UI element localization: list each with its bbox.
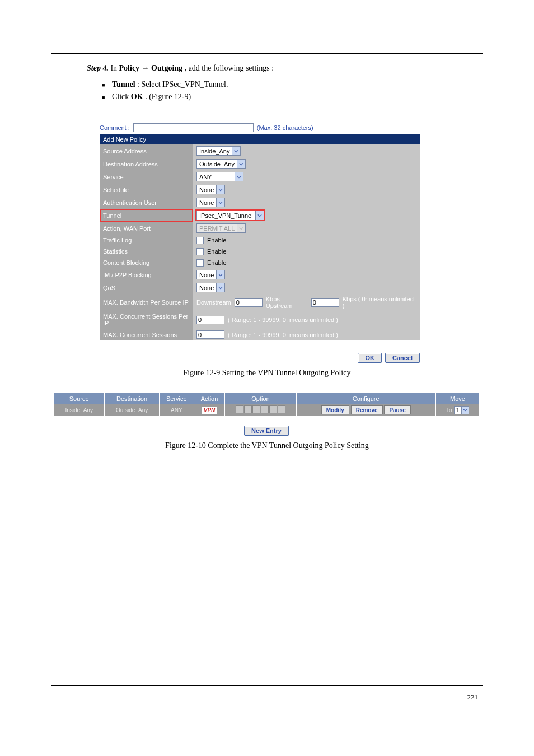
chevron-down-icon xyxy=(237,160,245,168)
comment-row: Comment : (Max. 32 characters) xyxy=(100,122,420,134)
policy-table: Source Destination Service Action Option… xyxy=(54,393,479,416)
pause-button[interactable]: Pause xyxy=(384,405,410,414)
chevron-down-icon xyxy=(255,211,264,220)
qos-select[interactable]: None xyxy=(196,283,225,292)
step-prefix: In xyxy=(110,64,119,72)
chevron-down-icon xyxy=(216,283,224,292)
row-schedule-label: Schedule xyxy=(100,183,193,196)
policy-form: Comment : (Max. 32 characters) Add New P… xyxy=(100,122,420,363)
max-sess-ip-input[interactable] xyxy=(196,316,224,324)
chevron-down-icon xyxy=(216,270,224,279)
vpn-badge: VPN xyxy=(202,407,217,414)
auth-user-select[interactable]: None xyxy=(196,198,225,207)
arrow-icon: → xyxy=(142,64,152,72)
chevron-down-icon xyxy=(461,407,469,414)
max-sess-input[interactable] xyxy=(196,330,224,339)
modify-button[interactable]: Modify xyxy=(321,405,349,414)
step-menu2: Outgoing xyxy=(151,64,182,72)
destination-address-select[interactable]: Outside_Any xyxy=(196,159,246,169)
row-maxbw-label: MAX. Bandwidth Per Source IP xyxy=(100,294,193,311)
step-menu1: Policy xyxy=(119,64,140,72)
th-action: Action xyxy=(194,393,224,404)
cell-move: To 1 xyxy=(435,404,479,416)
bullet-list: Tunnel : Select IPSec_VPN_Tunnel. Click … xyxy=(102,78,483,103)
traffic-log-checkbox[interactable] xyxy=(196,237,204,244)
bullet-2-label: OK xyxy=(131,92,143,101)
step-num: Step 4. xyxy=(87,64,109,72)
option-slot-icon xyxy=(244,405,252,413)
option-icons xyxy=(236,405,285,413)
ok-button[interactable]: OK xyxy=(358,353,382,363)
row-source-label: Source Address xyxy=(100,144,193,157)
bullet-1-label: Tunnel xyxy=(112,80,135,88)
bullet-2: Click OK . (Figure 12-9) xyxy=(102,91,483,103)
figure-caption-1: Figure 12-9 Setting the VPN Tunnel Outgo… xyxy=(51,368,483,377)
step-mid: , add the following settings xyxy=(185,64,270,72)
comment-label: Comment : xyxy=(100,124,130,131)
table-row: Inside_Any Outside_Any ANY VPN Modify xyxy=(54,404,479,416)
row-auth-label: Authentication User xyxy=(100,196,193,209)
bullet-1: Tunnel : Select IPSec_VPN_Tunnel. xyxy=(102,78,483,91)
upstream-unit: Kbps Upstream xyxy=(266,296,308,309)
cell-source: Inside_Any xyxy=(54,404,105,416)
source-address-select[interactable]: Inside_Any xyxy=(196,146,241,156)
th-service: Service xyxy=(159,393,194,404)
row-dest-label: Destination Address xyxy=(100,157,193,170)
option-slot-icon xyxy=(252,405,260,413)
row-service-label: Service xyxy=(100,170,193,183)
th-move: Move xyxy=(435,393,479,404)
bullet-2-suffix: . (Figure 12-9) xyxy=(145,92,191,101)
upstream-input[interactable] xyxy=(311,298,339,307)
chevron-down-icon xyxy=(216,198,224,207)
move-to-label: To xyxy=(446,407,452,413)
comment-input[interactable] xyxy=(133,123,254,132)
option-slot-icon xyxy=(261,405,269,413)
option-slot-icon xyxy=(236,405,243,413)
remove-button[interactable]: Remove xyxy=(351,405,383,414)
row-action-label: Action, WAN Port xyxy=(100,222,193,235)
policy-table-wrap: Source Destination Service Action Option… xyxy=(54,393,479,436)
th-configure: Configure xyxy=(296,393,435,404)
cancel-button[interactable]: Cancel xyxy=(385,353,420,363)
page-number: 221 xyxy=(51,693,483,702)
chevron-down-icon xyxy=(237,224,245,232)
top-rule xyxy=(51,53,483,54)
schedule-select[interactable]: None xyxy=(196,185,225,194)
new-entry-button[interactable]: New Entry xyxy=(244,426,289,436)
row-tunnel-label: Tunnel xyxy=(100,209,193,222)
th-destination: Destination xyxy=(105,393,159,404)
th-source: Source xyxy=(54,393,105,404)
bullet-2-prefix: Click xyxy=(112,92,131,101)
move-select[interactable]: 1 xyxy=(454,406,469,414)
downstream-label: Downstream xyxy=(196,299,231,306)
figure-caption-2: Figure 12-10 Complete the VPN Tunnel Out… xyxy=(51,441,483,450)
chevron-down-icon xyxy=(232,147,240,155)
option-slot-icon xyxy=(278,405,285,413)
step-colon: : xyxy=(271,64,274,72)
chevron-down-icon xyxy=(216,185,224,194)
cell-destination: Outside_Any xyxy=(105,404,159,416)
th-option: Option xyxy=(225,393,296,404)
cell-action: VPN xyxy=(194,404,224,416)
statistics-checkbox[interactable] xyxy=(196,248,204,255)
max-sess-hint: ( Range: 1 - 99999, 0: means unlimited ) xyxy=(228,332,338,338)
bw-tail: Kbps ( 0: means unlimited ) xyxy=(343,296,416,309)
im-p2p-select[interactable]: None xyxy=(196,270,225,279)
form-titlebar: Add New Policy xyxy=(100,134,420,144)
row-sessip-label: MAX. Concurrent Sessions Per IP xyxy=(100,311,193,329)
max-sess-ip-hint: ( Range: 1 - 99999, 0: means unlimited ) xyxy=(228,316,338,323)
row-imp2p-label: IM / P2P Blocking xyxy=(100,268,193,281)
downstream-input[interactable] xyxy=(235,298,263,307)
tunnel-select[interactable]: IPsec_VPN_Tunnel xyxy=(196,211,264,220)
comment-hint: (Max. 32 characters) xyxy=(257,124,313,131)
content-blocking-checkbox[interactable] xyxy=(196,259,204,267)
option-slot-icon xyxy=(269,405,277,413)
row-traffic-log-label: Traffic Log xyxy=(100,235,193,246)
cell-configure: Modify Remove Pause xyxy=(296,404,435,416)
cell-service: ANY xyxy=(159,404,194,416)
service-select[interactable]: ANY xyxy=(196,172,243,181)
action-wan-select: PERMIT ALL xyxy=(196,223,246,233)
statistics-text: Enable xyxy=(207,248,226,255)
row-content-label: Content Blocking xyxy=(100,257,193,268)
traffic-log-text: Enable xyxy=(207,237,226,244)
